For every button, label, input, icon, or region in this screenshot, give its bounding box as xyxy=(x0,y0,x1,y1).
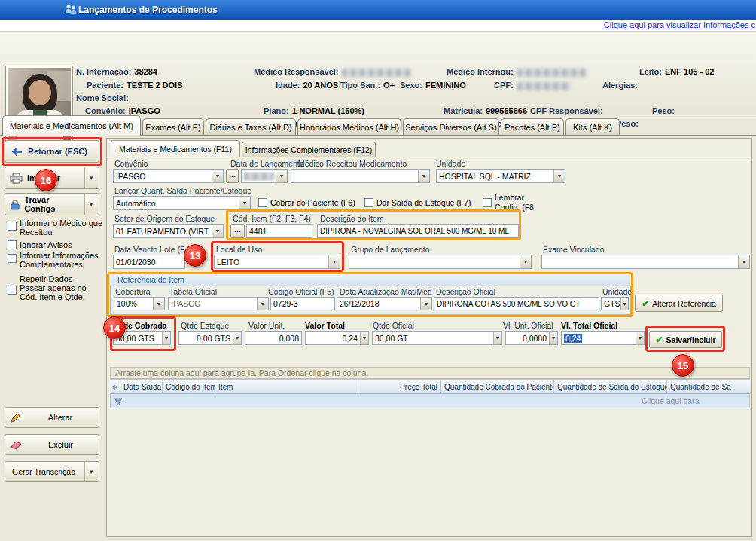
data-lancamento-label: Data de Lançamento xyxy=(230,159,303,168)
informar-medico-checkbox[interactable] xyxy=(8,222,17,231)
vl-unt-oficial-combo[interactable]: 0,0080▼ xyxy=(505,331,558,345)
grid-col-qtd-cobrada[interactable]: Quantidade Cobrada do Paciente xyxy=(441,379,554,394)
data-vencto-input[interactable]: 01/01/2030 xyxy=(113,255,185,269)
chevron-down-icon[interactable]: ▼ xyxy=(212,225,223,237)
chevron-down-icon[interactable]: ▼ xyxy=(84,462,94,481)
codigo-oficial-input[interactable]: 0729-3 xyxy=(270,297,335,310)
chevron-down-icon[interactable]: ▼ xyxy=(84,167,94,188)
chevron-down-icon[interactable]: ▼ xyxy=(360,332,368,344)
qtde-estoque-combo[interactable]: 0,00 GTS▼ xyxy=(178,331,242,345)
alterar-referencia-button[interactable]: ✔Alterar Referência xyxy=(635,295,723,312)
grid-col-preco-total[interactable]: Preço Total xyxy=(358,379,441,394)
tab-servicos-diversos[interactable]: Serviços Diversos (Alt S) xyxy=(403,118,499,136)
retornar-button[interactable]: Retornar (ESC) xyxy=(5,140,99,163)
grid-col-item[interactable]: Item xyxy=(215,379,358,394)
travar-configs-button[interactable]: Travar Configs ▼ xyxy=(5,193,99,215)
informar-medico-label: Informar o Médico que xyxy=(20,219,102,228)
descricao-oficial-label: Descrição Oficial xyxy=(436,287,495,296)
local-uso-label: Local de Uso xyxy=(216,245,262,254)
ignorar-avisos-checkbox[interactable] xyxy=(8,240,17,249)
cobertura-label: Cobertura xyxy=(115,287,151,296)
unidade-combo[interactable]: HOSPITAL SQL - MATRIZ▼ xyxy=(436,169,565,183)
medico-receitou-combo[interactable]: ▼ xyxy=(291,169,430,183)
chevron-down-icon[interactable]: ▼ xyxy=(328,255,340,268)
convenio-combo[interactable]: IPASGO▼ xyxy=(113,169,224,183)
lancar-quant-combo[interactable]: Automático▼ xyxy=(113,196,251,210)
tab-diarias-taxas[interactable]: Diárias e Taxas (Alt D) xyxy=(206,118,296,136)
chevron-down-icon[interactable]: ▼ xyxy=(418,170,429,182)
grid-col-qtd-saida[interactable]: Quantidade de Saída do Estoque xyxy=(554,379,667,394)
ignorar-avisos-label: Ignorar Avisos xyxy=(20,240,72,249)
descricao-item-input[interactable]: DIPIRONA - NOVALGINA SOL ORAL 500 MG/ML … xyxy=(317,224,519,238)
chevron-down-icon[interactable]: ▼ xyxy=(620,298,628,310)
grid-groupby-bar[interactable]: Arraste uma coluna aqui para agrupa-la. … xyxy=(110,367,750,379)
tabela-oficial-combo[interactable]: IPASGO▼ xyxy=(168,297,269,310)
chevron-down-icon[interactable]: ▼ xyxy=(212,170,223,182)
valor-total-combo[interactable]: 0,24▼ xyxy=(305,331,369,345)
cobrar-paciente-label: Cobrar do Paciente (F6) xyxy=(270,198,355,207)
alterar-button[interactable]: Alterar xyxy=(5,407,99,428)
gerar-transcricao-button[interactable]: Gerar Transcrição ▼ xyxy=(5,461,99,482)
inner-tab-divider xyxy=(107,157,751,157)
field-cpf-responsavel: CPF Responsável: xyxy=(530,106,603,115)
tab-exames[interactable]: Exames (Alt E) xyxy=(142,118,204,136)
chevron-down-icon[interactable]: ▼ xyxy=(553,170,565,182)
chevron-down-icon[interactable]: ▼ xyxy=(276,170,287,182)
chevron-down-icon[interactable]: ▼ xyxy=(257,298,268,310)
chevron-down-icon[interactable]: ▼ xyxy=(239,197,250,209)
chevron-down-icon[interactable]: ▼ xyxy=(549,332,557,344)
title-bar: Lançamentos de Procedimentos xyxy=(0,0,756,20)
qtde-oficial-label: Qtde Oficial xyxy=(373,321,414,330)
grupo-lancamento-combo[interactable]: ▼ xyxy=(349,255,532,269)
cod-item-input[interactable]: 4481 xyxy=(246,224,312,238)
chevron-down-icon[interactable]: ▼ xyxy=(520,255,531,268)
chevron-down-icon[interactable]: ▼ xyxy=(84,194,94,215)
data-lancamento-combo[interactable]: ▼ xyxy=(241,169,288,183)
data-atualizacao-label: Data Atualização Mat/Med xyxy=(340,287,432,296)
grid-selector-column[interactable]: ∗ xyxy=(110,379,120,394)
excluir-button[interactable]: Excluir xyxy=(5,434,99,455)
valor-total-label: Valor Total xyxy=(305,321,345,330)
descricao-oficial-input[interactable]: DIPIRONA GOTAS 500 MG/ML SO VO GT xyxy=(434,297,599,310)
setor-origem-combo[interactable]: 01.FATURAMENTO (VIRT▼ xyxy=(113,224,224,238)
redacted-value xyxy=(517,69,587,77)
chevron-down-icon[interactable]: ▼ xyxy=(738,255,749,268)
exame-vinculado-combo[interactable]: ▼ xyxy=(541,255,750,269)
inner-tab-materiais-f11[interactable]: Materiais e Medicamentos (F11) xyxy=(111,140,240,157)
field-value: 38284 xyxy=(134,67,157,76)
grid-col-codigo-item[interactable]: Código do Item xyxy=(163,379,215,394)
dar-saida-checkbox[interactable] xyxy=(364,198,373,207)
chevron-down-icon[interactable]: ▼ xyxy=(420,298,431,310)
grid-col-data-saida[interactable]: Data Saída xyxy=(120,379,163,394)
salvar-incluir-button[interactable]: ✔Salvar/Incluir xyxy=(649,331,722,348)
cod-item-lookup-button[interactable]: ... xyxy=(230,224,245,238)
chevron-down-icon[interactable]: ▼ xyxy=(162,332,170,344)
local-uso-combo[interactable]: LEITO▼ xyxy=(214,255,340,269)
informar-informacoes-label: Informar Informações xyxy=(20,251,99,260)
valor-unit-input[interactable]: 0,008 xyxy=(245,331,302,345)
chevron-down-icon[interactable]: ▼ xyxy=(233,332,241,344)
qtde-oficial-combo[interactable]: 30,00 GT▼ xyxy=(372,331,502,345)
tab-pacotes[interactable]: Pacotes (Alt P) xyxy=(501,118,564,136)
vl-total-oficial-combo[interactable]: 0,24▼ xyxy=(561,331,645,345)
chevron-down-icon[interactable]: ▼ xyxy=(493,332,501,344)
repetir-dados-checkbox[interactable] xyxy=(8,286,17,295)
tab-honorarios-medicos[interactable]: Honorários Médicos (Alt H) xyxy=(297,118,401,136)
data-atualizacao-combo[interactable]: 26/12/2018▼ xyxy=(337,297,432,310)
chevron-down-icon[interactable]: ▼ xyxy=(636,332,644,344)
inner-tab-informacoes-f12[interactable]: Informações Complementares (F12) xyxy=(242,142,376,157)
lembrar-config-checkbox[interactable] xyxy=(483,198,492,207)
tab-materiais-medicamentos[interactable]: Materiais e Medicamentos (Alt M) xyxy=(2,115,141,136)
field-medico-internou: Médico Internou: xyxy=(447,67,587,77)
visualizar-informacoes-link[interactable]: Clique aqui para visualizar Informações … xyxy=(604,20,755,29)
informar-informacoes-checkbox[interactable] xyxy=(8,254,17,263)
unidade-oficial-combo[interactable]: GTS▼ xyxy=(601,297,629,310)
tab-kits[interactable]: Kits (Alt K) xyxy=(565,118,620,136)
chevron-down-icon[interactable]: ▼ xyxy=(153,298,164,310)
valor-unit-label: Valor Unit. xyxy=(248,321,285,330)
convenio-lookup-button[interactable]: ... xyxy=(226,169,239,183)
cobrar-paciente-checkbox[interactable] xyxy=(258,198,267,207)
grid-col-qtd-sa[interactable]: Quantidade de Sa xyxy=(667,379,750,394)
annotation-badge-13: 13 xyxy=(184,244,206,267)
cobertura-combo[interactable]: 100%▼ xyxy=(114,297,165,310)
